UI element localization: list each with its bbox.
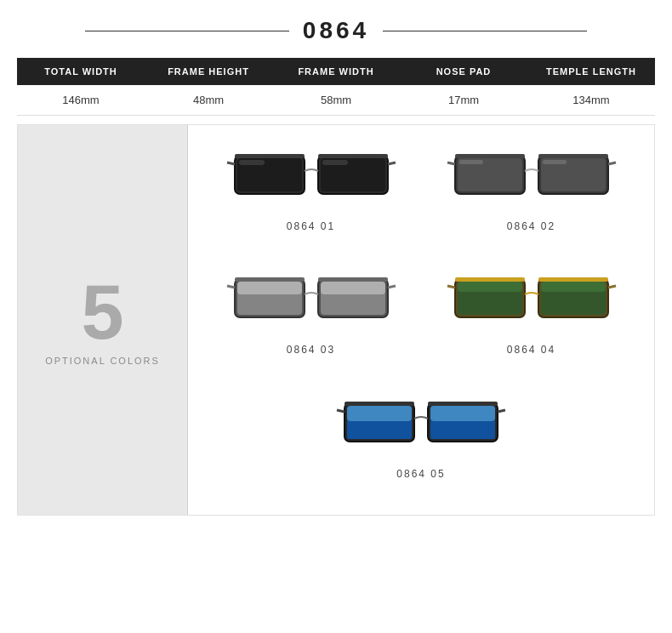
- svg-rect-29: [318, 277, 388, 282]
- glasses-image-04: [447, 262, 617, 339]
- glasses-label-03: 0864 03: [287, 344, 335, 356]
- spec-value-frame-height: 48mm: [145, 94, 272, 106]
- svg-rect-28: [235, 277, 305, 282]
- svg-rect-17: [543, 160, 567, 164]
- glasses-image-01: [226, 139, 396, 215]
- svg-rect-8: [235, 154, 305, 158]
- colors-grid: 0864 01 0864 02: [188, 125, 654, 515]
- title-line: 0864: [17, 17, 655, 44]
- color-item-03: 0864 03: [205, 262, 417, 356]
- svg-line-49: [498, 410, 505, 412]
- color-item-02: 0864 02: [425, 139, 637, 232]
- spec-value-nose-pad: 17mm: [400, 94, 527, 106]
- svg-rect-44: [347, 406, 412, 421]
- svg-rect-50: [345, 402, 414, 406]
- spec-value-temple-length: 134mm: [527, 94, 655, 106]
- svg-line-48: [337, 410, 345, 412]
- colors-section: 5 OPTIONAL COLORS: [17, 124, 655, 516]
- spec-header-temple-length: TEMPLE LENGTH: [527, 66, 655, 77]
- svg-rect-16: [459, 160, 483, 164]
- glasses-image-02: [447, 139, 617, 215]
- svg-rect-46: [347, 421, 412, 439]
- spec-header-total-width: TOTAL WIDTH: [17, 66, 145, 77]
- svg-rect-9: [318, 154, 388, 158]
- color-item-01: 0864 01: [205, 139, 417, 232]
- svg-rect-19: [538, 154, 608, 158]
- svg-rect-24: [237, 282, 302, 294]
- spec-value-total-width: 146mm: [17, 94, 145, 106]
- svg-rect-35: [541, 282, 606, 292]
- svg-rect-51: [428, 402, 498, 406]
- colors-count: 5: [81, 274, 123, 351]
- colors-sidebar: 5 OPTIONAL COLORS: [18, 125, 188, 515]
- spec-header-frame-height: FRAME HEIGHT: [145, 66, 272, 77]
- svg-rect-34: [458, 282, 522, 292]
- glasses-label-04: 0864 04: [507, 344, 555, 356]
- specs-values: 146mm 48mm 58mm 17mm 134mm: [17, 85, 655, 116]
- svg-rect-39: [538, 277, 608, 282]
- title-divider-left: [85, 31, 289, 31]
- svg-rect-18: [455, 154, 525, 158]
- svg-rect-7: [322, 160, 348, 165]
- svg-rect-45: [430, 406, 495, 421]
- spec-header-nose-pad: NOSE PAD: [400, 66, 527, 77]
- svg-line-5: [388, 163, 396, 164]
- svg-line-4: [227, 163, 235, 164]
- optional-colors-label: OPTIONAL COLORS: [45, 356, 160, 366]
- title-section: 0864: [17, 17, 655, 44]
- product-title: 0864: [303, 17, 369, 44]
- color-item-04: 0864 04: [425, 262, 637, 356]
- glasses-image-03: [226, 262, 396, 339]
- svg-line-36: [447, 286, 455, 288]
- glasses-label-05: 0864 05: [396, 468, 445, 480]
- svg-line-27: [388, 286, 396, 288]
- spec-header-frame-width: FRAME WIDTH: [272, 66, 400, 77]
- svg-line-26: [227, 286, 235, 288]
- glasses-label-02: 0864 02: [507, 220, 555, 232]
- svg-line-37: [608, 286, 616, 288]
- svg-rect-47: [430, 421, 495, 439]
- color-item-05: 0864 05: [336, 386, 506, 480]
- svg-rect-38: [455, 277, 525, 282]
- spec-value-frame-width: 58mm: [272, 94, 400, 106]
- svg-line-15: [608, 163, 616, 164]
- glasses-label-01: 0864 01: [287, 220, 335, 232]
- glasses-image-05: [336, 386, 506, 463]
- page: 0864 TOTAL WIDTH FRAME HEIGHT FRAME WIDT…: [0, 0, 672, 633]
- title-divider-right: [383, 31, 587, 31]
- specs-header: TOTAL WIDTH FRAME HEIGHT FRAME WIDTH NOS…: [17, 58, 655, 85]
- svg-rect-6: [239, 160, 265, 165]
- svg-line-14: [447, 163, 455, 164]
- svg-rect-25: [321, 282, 385, 294]
